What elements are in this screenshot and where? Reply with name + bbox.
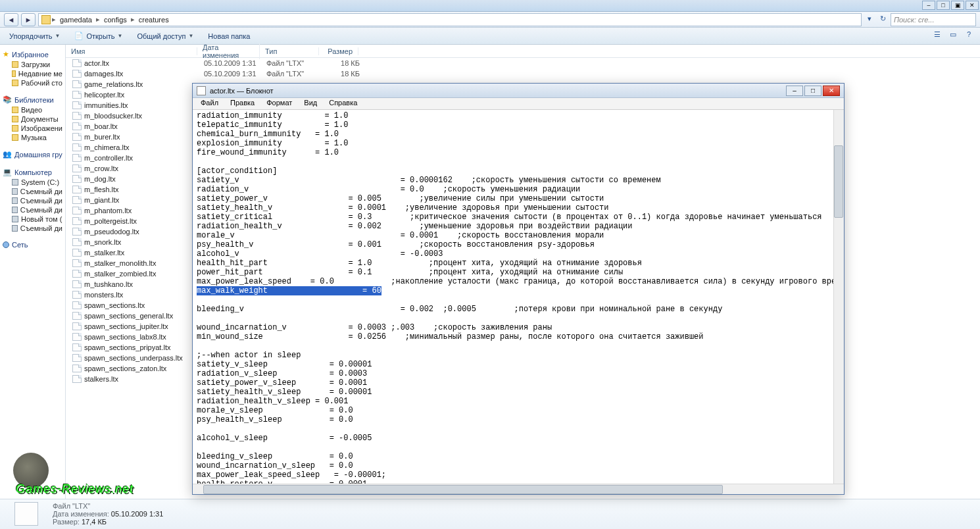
sidebar-item[interactable]: Съемный ди — [3, 196, 62, 205]
toolbar-label: Общий доступ — [137, 32, 186, 40]
refresh-icon[interactable]: ↻ — [877, 14, 888, 25]
file-icon — [72, 228, 82, 236]
details-pane: Файл "LTX" Дата изменения: 05.10.2009 1:… — [0, 499, 980, 529]
view-icon[interactable]: ☰ — [931, 30, 943, 42]
organize-button[interactable]: Упорядочить▼ — [5, 31, 64, 41]
sidebar-item[interactable]: Съемный ди — [3, 187, 62, 196]
sidebar-item-label: Съемный ди — [20, 188, 62, 195]
notepad-titlebar[interactable]: actor.ltx — Блокнот – □ ✕ — [193, 84, 844, 98]
file-icon — [72, 365, 82, 372]
forward-button[interactable]: ► — [21, 13, 36, 26]
sidebar-item[interactable]: Новый том ( — [3, 214, 62, 224]
sidebar-head-label: Сеть — [12, 241, 28, 249]
search-input[interactable]: Поиск: cre... — [891, 13, 976, 26]
col-name[interactable]: Имя — [66, 47, 197, 55]
file-icon — [72, 112, 82, 120]
file-icon — [72, 164, 82, 172]
file-icon — [72, 175, 82, 183]
maximize-button[interactable]: □ — [937, 1, 950, 10]
toolbar-label: Открыть — [86, 32, 114, 40]
file-icon — [72, 333, 82, 341]
file-name: m_tushkano.ltx — [84, 280, 204, 288]
close-button[interactable]: ✕ — [966, 1, 979, 10]
np-maximize-button[interactable]: □ — [804, 86, 821, 96]
chevron-down-icon: ▼ — [55, 33, 60, 39]
sidebar-head-computer[interactable]: 💻 Компьютер — [3, 166, 62, 178]
np-close-button[interactable]: ✕ — [823, 86, 840, 96]
sidebar-head-libraries[interactable]: 📚 Библиотеки — [3, 94, 62, 105]
chevron-right-icon: ▸ — [131, 15, 135, 24]
file-name: m_phantom.ltx — [84, 207, 204, 214]
sidebar-item[interactable]: Документы — [3, 114, 62, 124]
file-icon — [72, 280, 82, 288]
help-icon[interactable]: ? — [963, 30, 975, 42]
file-icon — [72, 291, 82, 299]
menu-item[interactable]: Вид — [299, 98, 322, 109]
file-name: m_stalker_monolith.ltx — [84, 259, 204, 267]
sidebar-item-label: Рабочий сто — [21, 79, 62, 87]
minimize-button[interactable]: – — [922, 1, 935, 10]
file-icon — [72, 186, 82, 193]
restore-button[interactable]: ▣ — [951, 1, 964, 10]
menu-item[interactable]: Правка — [225, 98, 260, 109]
column-headers: Имя Дата изменения Тип Размер — [66, 45, 980, 58]
file-icon — [72, 259, 82, 267]
file-name: spawn_sections.ltx — [84, 301, 204, 309]
col-type[interactable]: Тип — [260, 47, 319, 55]
breadcrumb[interactable]: ▸ gamedata ▸ configs ▸ creatures — [38, 13, 862, 26]
col-date[interactable]: Дата изменения — [197, 43, 260, 59]
sidebar-item[interactable]: System (C:) — [3, 178, 62, 187]
file-icon — [72, 59, 82, 67]
file-row[interactable]: damages.ltx05.10.2009 1:31Файл "LTX"18 К… — [66, 68, 980, 79]
sidebar-item[interactable]: Съемный ди — [3, 224, 62, 233]
sidebar-head-label: Библиотеки — [14, 96, 54, 104]
file-date: 05.10.2009 1:31 — [204, 59, 266, 67]
sidebar-item[interactable]: Рабочий сто — [3, 78, 62, 88]
back-button[interactable]: ◄ — [4, 13, 18, 26]
file-row[interactable]: actor.ltx05.10.2009 1:31Файл "LTX"18 КБ — [66, 58, 980, 68]
drive-icon — [12, 179, 18, 186]
file-size: 18 КБ — [326, 70, 365, 78]
sidebar-head-homegroup[interactable]: 👥 Домашняя гру — [3, 149, 62, 160]
col-size[interactable]: Размер — [319, 47, 358, 55]
file-icon — [72, 375, 82, 383]
newfolder-button[interactable]: Новая папка — [204, 31, 254, 41]
sidebar-item-label: Видео — [21, 106, 42, 114]
sidebar-head-favorites[interactable]: ★Избранное — [3, 49, 62, 60]
file-icon — [72, 270, 82, 278]
menu-item[interactable]: Формат — [261, 98, 297, 109]
sidebar-item[interactable]: Видео — [3, 105, 62, 114]
sidebar-item[interactable]: Съемный ди — [3, 205, 62, 214]
folder-icon — [41, 15, 51, 24]
sidebar-item[interactable]: Изображени — [3, 124, 62, 133]
menu-item[interactable]: Файл — [195, 98, 224, 109]
file-name: m_stalker.ltx — [84, 249, 204, 257]
sidebar-head-network[interactable]: Сеть — [3, 239, 62, 250]
horizontal-scrollbar[interactable] — [193, 484, 844, 494]
vertical-scrollbar[interactable] — [833, 110, 844, 484]
dropdown-icon[interactable]: ▾ — [864, 14, 875, 25]
menu-item[interactable]: Справка — [324, 98, 362, 109]
breadcrumb-item[interactable]: gamedata — [57, 16, 95, 24]
open-button[interactable]: 📄 Открыть▼ — [70, 30, 126, 41]
sidebar-item[interactable]: Недавние ме — [3, 69, 62, 78]
scrollbar-thumb[interactable] — [834, 145, 843, 218]
scrollbar-thumb[interactable] — [203, 485, 723, 494]
file-icon — [72, 343, 82, 351]
sidebar-item[interactable]: Загрузки — [3, 60, 62, 69]
file-name: damages.ltx — [84, 70, 204, 78]
file-icon — [72, 154, 82, 162]
network-icon — [3, 241, 9, 248]
preview-icon[interactable]: ▭ — [947, 30, 959, 42]
breadcrumb-item[interactable]: creatures — [136, 16, 172, 24]
folder-icon — [12, 116, 18, 122]
share-button[interactable]: Общий доступ▼ — [134, 31, 198, 41]
file-name: m_burer.ltx — [84, 133, 204, 141]
details-size-value: 17,4 КБ — [82, 518, 107, 526]
folder-icon — [12, 70, 16, 77]
notepad-textarea[interactable]: radiation_immunity = 1.0 telepatic_immun… — [193, 110, 844, 484]
sidebar-item[interactable]: Музыка — [3, 133, 62, 142]
notepad-window[interactable]: actor.ltx — Блокнот – □ ✕ ФайлПравкаФорм… — [192, 83, 845, 495]
breadcrumb-item[interactable]: configs — [101, 16, 130, 24]
np-minimize-button[interactable]: – — [786, 86, 803, 96]
